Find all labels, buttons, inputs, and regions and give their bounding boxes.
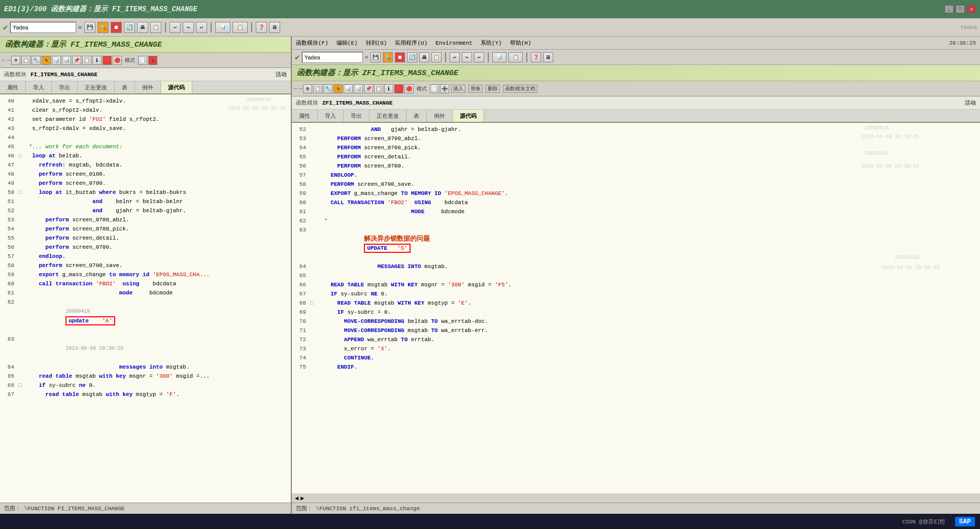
right-redo-btn[interactable]: ↪ [462,52,472,62]
scroll-right-icon[interactable]: ▶ [300,494,304,502]
find-button[interactable]: 🔍 [97,22,109,33]
print2-button[interactable]: 📋 [150,22,161,33]
right-pbtn8[interactable]: 📋 [374,84,383,93]
watermark-left-1: 20090418 [246,97,271,103]
tab-source-right[interactable]: 源代码 [453,110,484,122]
tab-attr-right[interactable]: 属性 [292,110,318,122]
right-print-btn[interactable]: 🖶 [419,52,429,62]
right-layout-btn[interactable]: 📊 [492,52,506,62]
right-refresh-btn[interactable]: 🔄 [407,52,417,62]
left-btn13[interactable]: ⚠ [148,56,157,65]
right-code-line-61: 61 MODE bdcmode [292,207,980,216]
tab-source-left[interactable]: 源代码 [161,81,192,93]
tab-export-right[interactable]: 导出 [344,110,369,122]
left-module-status: 活动 [276,71,287,78]
tab-changing-left[interactable]: 正在更改 [78,81,115,93]
layout-button[interactable]: 📊 [215,22,230,33]
right-insert-btn[interactable]: ➕ [440,84,449,93]
check-icon: ✔ [3,22,8,32]
tab-exception-right[interactable]: 例外 [427,110,453,122]
tab-changing-right[interactable]: 正在更改 [369,110,407,122]
menu-functions-module[interactable]: 函数模块(F) [296,39,328,47]
right-print2-btn[interactable]: 📋 [431,52,442,62]
toolbar-input[interactable] [10,22,76,33]
tab-table-left[interactable]: 表 [115,81,135,93]
layout2-button[interactable]: 📋 [232,22,248,33]
menu-edit[interactable]: 编辑(E) [336,39,358,47]
tab-import-right[interactable]: 导入 [318,110,344,122]
right-pbtn9[interactable]: ℹ [384,84,393,93]
code-line-50: 50 □ loop at it_buztab where bukrs = bel… [0,188,291,197]
right-stop-btn[interactable]: ⏹ [395,52,405,62]
right-module-name: ZFI_ITEMS_MASS_CHANGE [322,100,961,106]
left-nav-next[interactable]: → [7,57,10,64]
funcmod-doc-label: 函数模块文档 [503,85,537,93]
left-panel: 函数构建器：显示 FI_ITEMS_MASS_CHANGE ← → ⚙ 📋 🔧 … [0,37,292,514]
tab-import-left[interactable]: 导入 [26,81,52,93]
refresh-button[interactable]: 🔄 [124,22,135,33]
right-module-label: 函数模块 [296,99,318,107]
left-btn5[interactable]: 📊 [52,56,61,65]
left-nav-prev[interactable]: ← [2,57,6,64]
right-pbtn2[interactable]: 📋 [313,84,322,93]
left-btn8[interactable]: 📋 [82,56,91,65]
monitor-button[interactable]: 🖥 [269,22,280,33]
left-btn6[interactable]: 📊 [62,56,71,65]
left-btn9[interactable]: ℹ [92,56,102,65]
maximize-button[interactable]: □ [956,5,965,13]
menu-utilities[interactable]: 实用程序(U) [395,39,427,47]
left-btn4[interactable]: ✎ [42,56,51,65]
right-pbtn10[interactable]: 🛑 [394,84,403,93]
left-btn10[interactable]: 🛑 [103,56,112,65]
menu-environment[interactable]: Environment [435,40,472,46]
right-pbtn3[interactable]: 🔧 [323,84,332,93]
close-button[interactable]: ✕ [967,5,976,13]
print-button[interactable]: 🖶 [137,22,148,33]
left-btn3[interactable]: 🔧 [31,56,41,65]
left-btn12[interactable]: 📑 [138,56,147,65]
right-pbtn4[interactable]: ✎ [333,84,343,93]
left-btn7[interactable]: 📌 [72,56,81,65]
right-monitor-btn[interactable]: 🖥 [543,52,553,62]
right-code-line-59: 59 EXPORT g_mass_change TO MEMORY ID 'EP… [292,189,980,198]
right-nav-back[interactable]: ← [294,85,297,92]
menu-goto[interactable]: 转到(G) [366,39,387,47]
right-save-btn[interactable]: 💾 [370,52,381,62]
help-button[interactable]: ❓ [256,22,267,33]
tab-table-right[interactable]: 表 [407,110,427,122]
tab-export-left[interactable]: 导出 [52,81,78,93]
right-pbtn7[interactable]: 📌 [364,84,373,93]
minimize-button[interactable]: _ [944,5,954,13]
right-action-btn[interactable]: ↩ [474,52,484,62]
save-button[interactable]: 💾 [84,22,95,33]
menu-help[interactable]: 帮助(H) [510,39,531,47]
right-help-btn[interactable]: ❓ [531,52,541,62]
right-pbtn6[interactable]: 📊 [354,84,363,93]
right-pbtn1[interactable]: ⚙ [303,84,312,93]
right-layout2-btn[interactable]: 📋 [509,52,523,62]
right-find-btn[interactable]: 🔍 [383,52,393,62]
right-mode-label: 模式 [417,85,427,92]
left-btn11[interactable]: 🔴 [113,56,122,65]
tab-attr-left[interactable]: 属性 [0,81,26,93]
action1-button[interactable]: ↩ [196,22,207,33]
right-pbtn11[interactable]: 🔴 [404,84,414,93]
watermark-right-1: 20090418 [864,125,889,131]
right-nav-prev[interactable]: « [365,54,368,61]
right-toolbar-input[interactable] [302,52,363,63]
nav-prev-icon[interactable]: « [78,23,82,31]
undo-button[interactable]: ↩ [170,22,181,33]
right-pbtn5[interactable]: 📊 [344,84,353,93]
right-nav-fwd[interactable]: → [298,85,302,92]
right-undo-btn[interactable]: ↩ [450,52,460,62]
right-pbtn12[interactable]: 📑 [430,84,439,93]
menu-system[interactable]: 系统(Y) [481,39,502,47]
right-code-line-74: 74 CONTINUE. [292,353,980,362]
stop-button[interactable]: ⏹ [111,22,122,33]
tab-exception-left[interactable]: 例外 [135,81,161,93]
redo-button[interactable]: ↪ [183,22,194,33]
toolbar-separator2 [211,22,212,32]
scroll-left-icon[interactable]: ◀ [295,494,298,502]
left-btn1[interactable]: ⚙ [11,56,20,65]
left-btn2[interactable]: 📋 [21,56,30,65]
